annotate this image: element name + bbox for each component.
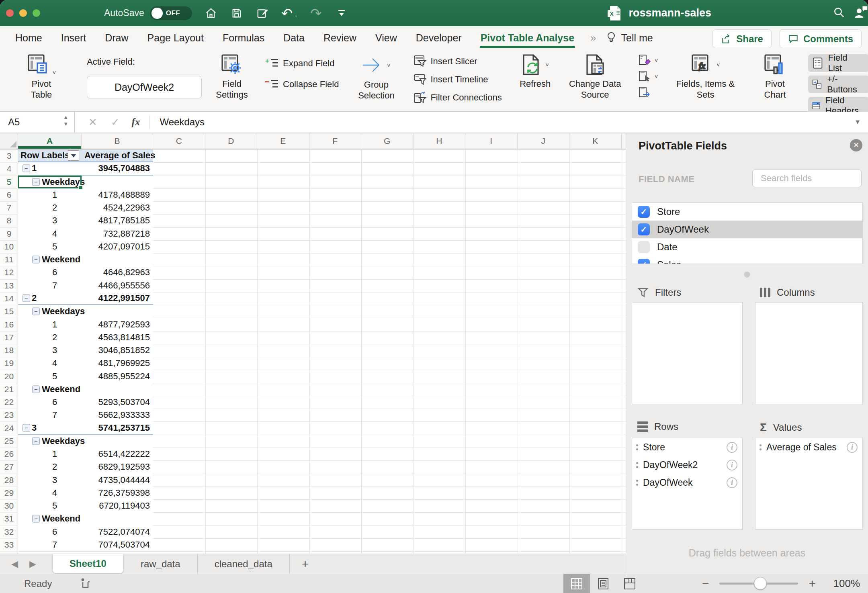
table-row[interactable]: 34735,044444 [18,474,153,487]
info-icon[interactable]: i [847,442,858,453]
grid-corner-cell[interactable] [0,133,18,149]
column-header-e[interactable]: E [257,133,309,149]
row-number[interactable]: 29 [0,487,18,499]
drag-handle-icon[interactable] [760,444,762,450]
table-row[interactable]: −Weekend [18,383,153,396]
formula-input[interactable]: Weekdays [160,117,854,128]
table-row[interactable]: 4732,887218 [18,227,153,240]
row-number[interactable]: 27 [0,460,18,473]
search-fields-box[interactable] [752,170,862,187]
tell-me-control[interactable]: Tell me [606,31,653,44]
save-icon[interactable] [230,6,244,20]
confirm-entry-icon[interactable]: ✓ [111,116,120,129]
row-number[interactable]: 21 [0,383,18,396]
ribbon-tab-formulas[interactable]: Formulas [223,26,264,49]
area-field-average-of-sales[interactable]: Average of Salesi [755,438,862,456]
table-row[interactable]: −35741,253715 [18,421,153,434]
table-row[interactable]: 14178,488889 [18,188,153,201]
row-number[interactable]: 17 [0,331,18,344]
field-item-sales[interactable]: ✓Sales [632,256,862,264]
row-number[interactable]: 10 [0,240,18,253]
add-sheet-button[interactable]: + [290,557,321,571]
table-row[interactable]: 4726,3759398 [18,487,153,499]
row-labels-filter-dropdown-icon[interactable] [68,150,79,161]
row-number[interactable]: 26 [0,448,18,460]
formula-bar-expand-icon[interactable]: ▼ [854,119,861,126]
row-number[interactable]: 18 [0,344,18,357]
table-row[interactable]: −24122,991507 [18,292,153,305]
row-number[interactable]: 22 [0,396,18,409]
checkbox-checked-icon[interactable]: ✓ [638,206,650,218]
filters-area[interactable] [632,302,743,404]
column-header-b[interactable]: B [82,133,153,149]
page-layout-view-button[interactable] [590,574,616,593]
name-box-steppers[interactable]: ▲▼ [63,115,68,127]
zoom-slider-thumb[interactable] [754,577,767,590]
panel-close-icon[interactable]: ✕ [850,139,862,151]
panel-resize-handle[interactable] [744,272,750,278]
row-number[interactable]: 11 [0,253,18,266]
table-row[interactable]: −13945,704883 [18,162,153,175]
group-selection-button[interactable]: ˅ Group Selection [344,49,408,111]
row-number[interactable]: 25 [0,435,18,448]
row-number[interactable]: 20 [0,370,18,382]
column-header-i[interactable]: I [465,133,518,149]
change-data-source-button[interactable]: Change Data Source [563,49,633,111]
table-row[interactable]: 16514,422222 [18,448,153,460]
search-fields-input[interactable] [761,173,868,184]
fill-handle[interactable] [78,185,83,190]
comments-button[interactable]: Comments [780,29,862,48]
ribbon-tab-home[interactable]: Home [15,26,42,49]
table-row[interactable]: 77074,503704 [18,538,153,551]
field-list-toggle[interactable]: Field List [808,54,868,72]
row-number[interactable]: 8 [0,214,18,227]
sheet-tab-raw-data[interactable]: raw_data [124,554,198,574]
table-row[interactable]: −Weekdays [18,435,153,448]
info-icon[interactable]: i [727,460,737,470]
table-row[interactable]: 26829,192593 [18,460,153,473]
pivot-table-button[interactable]: ˅ Pivot Table [11,53,72,100]
area-field-store[interactable]: Storei [632,438,742,456]
table-row[interactable]: 24524,22963 [18,201,153,214]
table-row[interactable]: −Weekend [18,253,153,266]
column-header-a[interactable]: A [18,133,82,149]
table-row[interactable]: 65293,503704 [18,396,153,409]
table-row[interactable]: 24563,814815 [18,331,153,344]
row-number[interactable]: 31 [0,512,18,525]
column-header-h[interactable]: H [414,133,466,149]
checkbox-checked-icon[interactable]: ✓ [638,223,650,235]
row-number[interactable]: 23 [0,409,18,421]
presence-person-icon[interactable] [854,5,868,18]
table-row[interactable]: 34817,785185 [18,214,153,227]
table-row[interactable]: 54207,097015 [18,240,153,253]
zoom-window-button[interactable] [33,9,40,17]
row-number[interactable]: 6 [0,188,18,201]
row-number[interactable]: 5 [0,176,18,188]
drag-handle-icon[interactable] [636,462,638,468]
close-window-button[interactable] [6,9,14,17]
row-number[interactable]: 7 [0,201,18,214]
ribbon-tab-page-layout[interactable]: Page Layout [147,26,204,49]
sheet-nav-left-icon[interactable]: ◀ [11,559,18,569]
ribbon-tab-insert[interactable]: Insert [61,26,86,49]
info-icon[interactable]: i [727,477,737,488]
ribbon-tab-data[interactable]: Data [283,26,305,49]
filter-connections-button[interactable]: Filter Connections [414,91,502,104]
collapse-field-button[interactable]: Collapse Field [265,79,339,90]
minimize-window-button[interactable] [19,9,27,17]
table-row[interactable]: 74466,955556 [18,279,153,292]
table-row[interactable]: 4481,7969925 [18,357,153,370]
home-icon[interactable] [204,6,218,20]
collapse-toggle-icon[interactable]: − [23,165,30,172]
move-pivot-table-button[interactable] [639,86,651,98]
row-number[interactable]: 9 [0,227,18,240]
zoom-in-button[interactable]: + [809,577,816,591]
name-box[interactable]: A5 ▲▼ [0,112,75,133]
row-number[interactable]: 14 [0,292,18,305]
share-button[interactable]: Share [712,29,772,48]
collapse-toggle-icon[interactable]: − [32,385,40,393]
ribbon-tab-pivot-table-analyse[interactable]: Pivot Table Analyse [481,26,574,49]
zoom-level[interactable]: 100% [826,577,860,590]
column-header-j[interactable]: J [518,133,570,149]
row-number[interactable]: 15 [0,305,18,318]
